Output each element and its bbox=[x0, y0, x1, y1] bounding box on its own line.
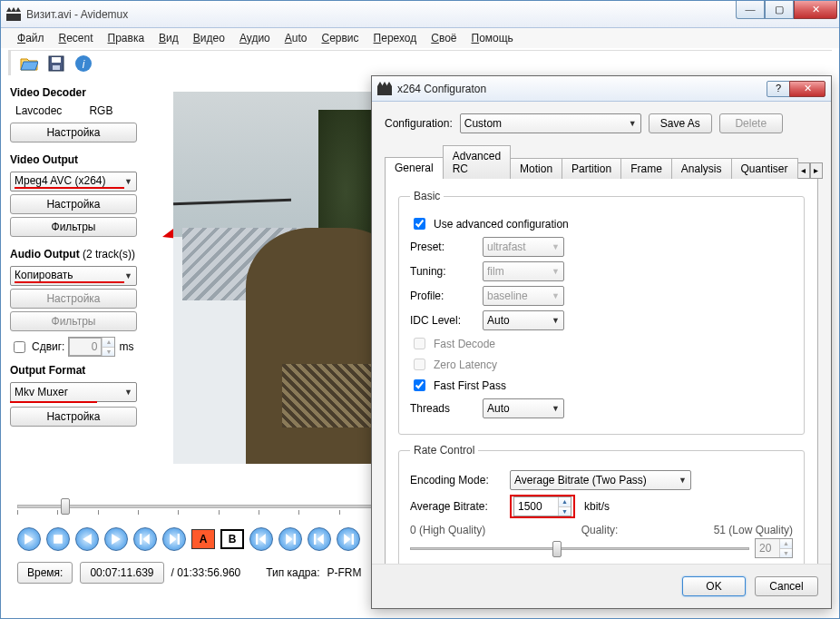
video-output-heading: Video Output bbox=[10, 153, 164, 166]
close-button[interactable]: ✕ bbox=[794, 1, 837, 19]
next-frame-button[interactable] bbox=[104, 527, 128, 551]
shift-checkbox[interactable] bbox=[14, 341, 25, 353]
use-advanced-label: Use advanced configuration bbox=[434, 218, 569, 231]
next-keyframe-button[interactable] bbox=[162, 527, 186, 551]
tab-motion[interactable]: Motion bbox=[510, 158, 562, 179]
audio-mode-value: Копировать bbox=[15, 269, 124, 283]
play-button[interactable] bbox=[17, 527, 41, 551]
encoding-mode-select[interactable]: Average Bitrate (Two Pass)▼ bbox=[510, 470, 691, 490]
menu-edit[interactable]: Правка bbox=[101, 30, 152, 46]
tab-quantiser[interactable]: Quantiser bbox=[731, 158, 798, 179]
fast-first-pass-checkbox[interactable] bbox=[414, 379, 425, 391]
dialog-icon bbox=[377, 82, 392, 96]
prev-frame-button[interactable] bbox=[75, 527, 99, 551]
idc-select[interactable]: Auto▼ bbox=[483, 310, 564, 330]
open-icon[interactable] bbox=[20, 54, 38, 73]
use-advanced-checkbox[interactable] bbox=[414, 218, 425, 230]
maximize-button[interactable]: ▢ bbox=[765, 1, 794, 19]
bitrate-up[interactable]: ▲ bbox=[558, 497, 571, 506]
zero-latency-label: Zero Latency bbox=[434, 359, 497, 371]
bitrate-highlight: ▲▼ bbox=[510, 495, 575, 518]
video-preview bbox=[173, 92, 373, 464]
quality-spinner: ▲▼ bbox=[755, 538, 793, 558]
fast-decode-label: Fast Decode bbox=[434, 338, 495, 350]
menu-video[interactable]: Видео bbox=[186, 30, 232, 46]
svg-marker-25 bbox=[317, 534, 324, 545]
profile-select: baseline▼ bbox=[483, 286, 564, 306]
goto-a-button[interactable] bbox=[249, 527, 273, 551]
svg-rect-19 bbox=[178, 534, 180, 545]
menu-auto[interactable]: Auto bbox=[278, 30, 315, 46]
bitrate-spinner[interactable]: ▲▼ bbox=[513, 496, 571, 516]
cancel-button[interactable]: Cancel bbox=[755, 576, 818, 596]
menu-custom[interactable]: Своё bbox=[424, 30, 464, 46]
svg-marker-3 bbox=[15, 7, 21, 12]
video-filters-button[interactable]: Фильтры bbox=[10, 217, 137, 237]
audio-mode-select[interactable]: Копировать▼ bbox=[10, 266, 137, 286]
tab-scroll-right[interactable]: ▸ bbox=[810, 162, 823, 179]
svg-marker-12 bbox=[24, 534, 34, 545]
quality-slider-knob bbox=[552, 541, 562, 557]
info-icon[interactable]: i bbox=[74, 54, 93, 73]
timeline-knob[interactable] bbox=[61, 498, 70, 515]
menu-tools[interactable]: Сервис bbox=[314, 30, 366, 46]
bitrate-label: Average Bitrate: bbox=[410, 500, 501, 513]
ok-button[interactable]: OK bbox=[682, 576, 746, 596]
video-codec-select[interactable]: Mpeg4 AVC (x264)▼ bbox=[10, 172, 137, 192]
tab-advanced-rc[interactable]: Advanced RC bbox=[443, 145, 511, 179]
rate-control-fieldset: Rate Control Encoding Mode:Average Bitra… bbox=[398, 444, 805, 570]
bitrate-input[interactable] bbox=[514, 497, 558, 516]
quality-mid-label: Quality: bbox=[581, 524, 619, 536]
goto-b-button[interactable] bbox=[278, 527, 302, 551]
bitrate-down[interactable]: ▼ bbox=[558, 506, 571, 516]
time-value-box[interactable]: 00:07:11.639 bbox=[80, 562, 163, 584]
menu-go[interactable]: Переход bbox=[366, 30, 425, 46]
muxer-configure-button[interactable]: Настройка bbox=[10, 407, 137, 427]
decoder-codec: Lavcodec bbox=[15, 104, 62, 117]
quality-slider bbox=[410, 539, 749, 557]
muxer-select[interactable]: Mkv Muxer▼ bbox=[10, 382, 137, 402]
mark-a-button[interactable]: A bbox=[191, 529, 215, 549]
menu-file[interactable]: Файл bbox=[10, 30, 52, 46]
menu-audio[interactable]: Аудио bbox=[232, 30, 278, 46]
muxer-underline bbox=[10, 401, 97, 403]
svg-marker-21 bbox=[259, 534, 266, 545]
main-titlebar: Визит.avi - Avidemux — ▢ ✕ bbox=[1, 1, 839, 28]
prev-keyframe-button[interactable] bbox=[133, 527, 157, 551]
stop-button[interactable] bbox=[46, 527, 70, 551]
basic-fieldset: Basic Use advanced configuration Preset:… bbox=[398, 190, 805, 435]
threads-select[interactable]: Auto▼ bbox=[483, 398, 564, 418]
left-panel: Video Decoder Lavcodec RGB Настройка Vid… bbox=[10, 81, 164, 429]
last-frame-button[interactable] bbox=[337, 527, 360, 551]
svg-marker-2 bbox=[11, 7, 16, 12]
save-as-button[interactable]: Save As bbox=[649, 113, 712, 133]
shift-label: Сдвиг: bbox=[32, 340, 64, 353]
mark-b-button[interactable]: B bbox=[220, 529, 244, 549]
dialog-help-button[interactable]: ? bbox=[767, 81, 790, 97]
menu-view[interactable]: Вид bbox=[151, 30, 186, 46]
menu-help[interactable]: Помощь bbox=[464, 30, 521, 46]
tab-scroll-left[interactable]: ◂ bbox=[797, 162, 810, 179]
svg-marker-17 bbox=[143, 534, 150, 545]
duration-label: / 01:33:56.960 bbox=[171, 566, 241, 579]
save-icon[interactable] bbox=[47, 54, 65, 73]
config-value: Custom bbox=[464, 117, 502, 130]
config-select[interactable]: Custom▼ bbox=[460, 113, 641, 133]
tab-frame[interactable]: Frame bbox=[620, 158, 672, 179]
tab-analysis[interactable]: Analysis bbox=[671, 158, 732, 179]
decoder-configure-button[interactable]: Настройка bbox=[10, 123, 137, 142]
video-configure-button[interactable]: Настройка bbox=[10, 194, 137, 214]
tab-partition[interactable]: Partition bbox=[562, 158, 621, 179]
dialog-body: Configuration: Custom▼ Save As Delete Ge… bbox=[372, 102, 831, 598]
window-controls: — ▢ ✕ bbox=[736, 1, 837, 19]
menu-recent[interactable]: Recent bbox=[52, 30, 101, 46]
window-title: Визит.avi - Avidemux bbox=[26, 8, 834, 21]
svg-marker-15 bbox=[112, 534, 121, 545]
encoding-mode-label: Encoding Mode: bbox=[410, 474, 501, 486]
status-bar: Время: 00:07:11.639 / 01:33:56.960 Тип к… bbox=[17, 562, 361, 584]
quality-value bbox=[756, 539, 779, 557]
minimize-button[interactable]: — bbox=[736, 1, 765, 19]
dialog-close-button[interactable]: ✕ bbox=[789, 81, 825, 97]
tab-general[interactable]: General bbox=[385, 157, 444, 179]
first-frame-button[interactable] bbox=[308, 527, 331, 551]
